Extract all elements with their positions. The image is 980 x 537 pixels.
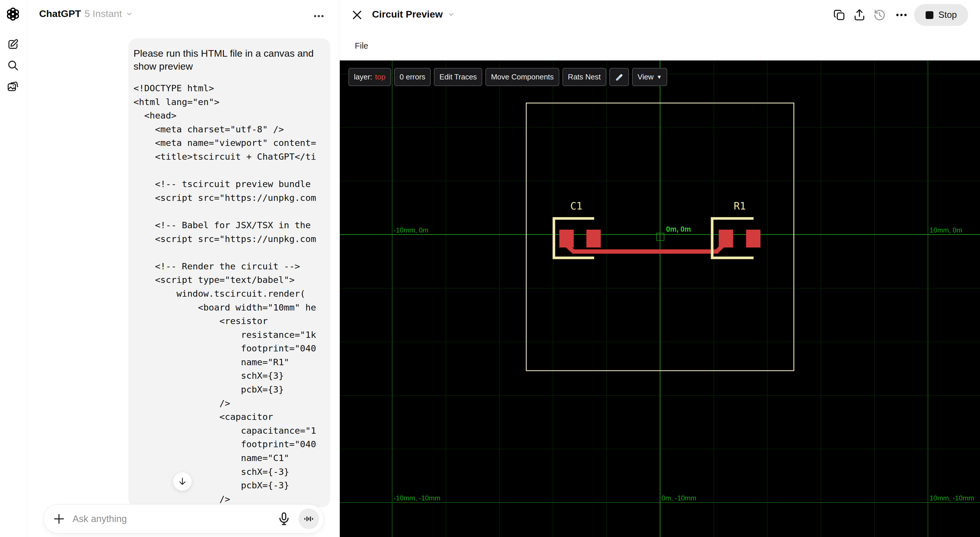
mic-icon [277,512,291,526]
pad [719,229,733,247]
model-name: 5 Instant [84,8,122,19]
canvas-header: Circuit Preview [340,0,980,30]
canvas-title-dropdown[interactable]: Circuit Preview [372,9,455,20]
grid-label: 10mm, 0m [930,226,962,234]
chevron-down-icon [447,11,455,18]
edit-tool-button[interactable] [609,68,629,86]
scroll-to-bottom-button[interactable] [173,472,192,491]
share-icon [853,8,866,22]
grid-label: 10mm, -10mm [930,494,974,502]
more-options-icon [312,10,325,22]
file-menu[interactable]: File [352,39,371,53]
canvas-menubar: File PCB Schematic 3D ••• [340,30,980,61]
voice-mode-icon [303,513,315,524]
search-icon[interactable] [6,59,19,72]
library-icon[interactable] [6,80,19,93]
layer-value: top [375,73,385,81]
component-ref-label: C1 [570,200,582,212]
app-title: ChatGPT [39,8,81,19]
pcb-toolbar: layer: top 0 errors Edit Traces Move Com… [348,68,667,86]
user-message-bubble: Please run this HTML file in a canvas an… [128,38,330,507]
grid-label: -10mm, 0m [394,226,428,234]
history-icon [873,8,886,22]
chevron-down-icon [126,10,133,18]
pad [559,229,574,247]
pad [746,229,760,247]
canvas-title: Circuit Preview [372,9,443,20]
user-message-text: Please run this HTML file in a canvas an… [134,47,323,73]
stop-button[interactable]: Stop [914,4,968,26]
chat-header: ChatGPT 5 Instant [28,0,339,30]
grid-label-origin: 0m, 0m [666,225,691,233]
component-ref-label: R1 [734,200,746,212]
code-block: <!DOCTYPE html> <html lang="en"> <head> … [134,81,323,506]
attach-button[interactable] [52,512,65,526]
grid-label: 0m, -10mm [662,494,696,502]
voice-mode-button[interactable] [298,508,319,529]
canvas-options-button[interactable] [894,8,908,22]
stop-icon [926,11,933,19]
chat-input[interactable]: Ask anything [73,513,277,524]
layer-selector-button[interactable]: layer: top [348,68,391,86]
new-chat-icon[interactable] [6,38,19,51]
copy-button[interactable] [832,8,846,22]
rats-nest-button[interactable]: Rats Nest [563,68,606,86]
pencil-icon [615,73,624,81]
edit-traces-button[interactable]: Edit Traces [434,68,482,86]
share-button[interactable] [853,8,866,22]
history-button[interactable] [873,8,886,22]
arrow-down-icon [178,476,187,486]
canvas-panel: Circuit Preview [339,0,980,537]
sidebar-rail [0,0,27,537]
dictate-button[interactable] [277,512,291,526]
close-icon [351,9,363,21]
errors-button[interactable]: 0 errors [394,68,431,86]
pcb-viewport[interactable]: C1 R1 -10mm, 0m 0m, 0m 10mm, 0m -10mm, -… [340,61,980,537]
conversation-options-button[interactable] [312,10,325,20]
model-selector[interactable]: ChatGPT 5 Instant [39,8,133,19]
move-components-button[interactable]: Move Components [485,68,559,86]
app-window: ChatGPT 5 Instant Please run this HTML f… [0,0,980,537]
close-canvas-button[interactable] [351,9,363,21]
plus-icon [52,512,65,526]
copy-icon [832,8,846,22]
caret-down-icon: ▼ [657,74,662,80]
pcb-canvas[interactable]: C1 R1 -10mm, 0m 0m, 0m 10mm, 0m -10mm, -… [340,61,980,537]
view-menu-button[interactable]: View ▼ [632,68,668,86]
pad [586,229,601,247]
openai-logo [6,8,19,21]
chat-panel: ChatGPT 5 Instant Please run this HTML f… [28,0,339,537]
composer: Ask anything [43,504,324,534]
grid-label: -10mm, -10mm [394,494,441,502]
more-options-icon [894,8,908,22]
